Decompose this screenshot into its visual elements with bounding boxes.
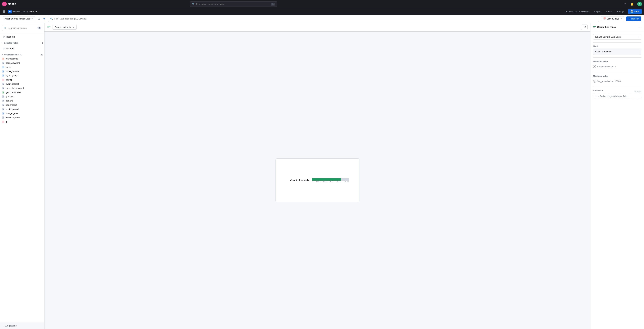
sub-nav: ☰ D Visualize Library › Metrics Explore … [0,8,644,15]
user-avatar[interactable]: A [637,2,642,7]
field-item-agent-keyword[interactable]: k agent.keyword [0,61,44,65]
time-range-button[interactable]: 📅 Last 30 days ▼ [601,16,624,21]
sub-nav-right: Explore data in Discover Inspect Share S… [564,9,642,14]
selected-records-label: Records [6,47,15,50]
save-button[interactable]: 💾 Save [628,9,642,14]
search-field-wrap: 🔍 0 [0,23,44,33]
panel-gauge-icon-bar2 [593,27,595,28]
global-search-input[interactable] [196,3,270,5]
selected-records-item[interactable]: # Records [2,46,42,51]
settings-link[interactable]: Settings [615,10,626,14]
breadcrumb: D Visualize Library › Metrics [8,10,37,14]
field-type-keyword-icon-3: k [2,87,4,89]
available-fields-help-icon: ? [20,54,22,56]
add-max-value-button[interactable]: + Suggested value: 10000 [593,78,641,84]
data-source-select[interactable]: Kibana Sample Data Logs [593,34,641,40]
field-type-number-icon-2: # [2,70,4,73]
selected-records-icon: # [3,47,5,50]
inspect-link[interactable]: Inspect [593,10,603,14]
user-breadcrumb-icon[interactable]: D [8,10,12,14]
breadcrumb-metrics[interactable]: Metrics [30,10,37,13]
breadcrumb-visualize[interactable]: Visualize Library [12,10,28,13]
divider-1 [593,42,641,43]
search-field-icon: 🔍 [4,27,6,29]
kql-input[interactable] [54,18,597,20]
field-item-geo-coordinates[interactable]: g geo.coordinates [0,90,44,94]
help-icon[interactable]: ? [622,2,627,7]
field-item-timestamp[interactable]: t @timestamp [0,57,44,61]
explore-discover-link[interactable]: Explore data in Discover [564,10,591,14]
time-chevron: ▼ [620,18,622,20]
gauge-bar-track [312,178,349,181]
gauge-bar-icon-2 [47,27,49,28]
suggestions-header[interactable]: › Suggestions [3,324,42,327]
share-link[interactable]: Share [605,10,613,14]
field-item-host-keyword[interactable]: k host.keyword [0,107,44,111]
gauge-bar-wrap: 0 2,000 4,000 6,000 8,000 10,000 [312,178,349,182]
field-item-bytes-gauge[interactable]: # bytes_gauge [0,73,44,78]
add-filter-button[interactable]: + [43,16,46,21]
field-item-bytes-counter[interactable]: # bytes_counter [0,69,44,73]
selected-fields-label: Selected fields [4,42,18,44]
svg-text:e: e [4,3,4,5]
field-item-geo-src[interactable]: k geo.src [0,99,44,103]
panel-title: Gauge horizontal [593,26,616,29]
hamburger-menu[interactable]: ☰ [2,9,6,14]
field-item-bytes[interactable]: # bytes [0,65,44,69]
field-item-clientip[interactable]: i clientip [0,78,44,82]
search-kbd: ⌘/ [271,3,275,6]
field-item-event-dataset[interactable]: k event.dataset [0,82,44,86]
filter-controls-icon[interactable]: ⊞ [37,17,41,21]
field-item-geo-dest[interactable]: k geo.dest [0,94,44,99]
gauge-type-icon-wrap [47,27,50,28]
goal-value-section: Goal value Optional + + Add or drag-and-… [593,90,641,99]
field-type-keyword-icon: k [2,62,4,64]
kql-search-icon: 🔍 [50,18,53,20]
min-plus-icon: + [593,65,596,68]
max-value-section: Maximum value + Suggested value: 10000 [593,75,641,84]
records-icon: # [3,36,5,38]
goal-plus-icon: + [595,95,597,98]
field-item-index-keyword[interactable]: k index.keyword [0,115,44,120]
field-item-ip[interactable]: i ip [0,120,44,124]
field-type-keyword-icon-4: k [2,95,4,98]
gauge-bar-icon-1 [47,27,50,27]
available-fields-label: Available fields [4,54,19,56]
search-field-names-input[interactable] [8,27,36,29]
vis-card: Count of records 0 2,000 4,000 6,000 8,0… [276,158,360,202]
top-nav: e elastic 🔍 ⌘/ ? 🔔 A [0,0,644,8]
records-item[interactable]: # Records [2,35,42,39]
vis-canvas: Count of records 0 2,000 4,000 6,000 8,0… [44,32,590,329]
records-label: Records [6,36,15,38]
available-fields-count: 30 [41,54,43,56]
axis-10000: 10,000 [344,181,349,182]
min-suggested-value: Suggested value: 0 [597,65,616,68]
elastic-logo[interactable]: e elastic [2,2,16,7]
field-item-geo-srcdest[interactable]: k geo.srcdest [0,103,44,107]
selected-fields-header[interactable]: ▼ Selected fields 1 [0,41,44,45]
data-source-button[interactable]: Kibana Sample Data Logs ▼ [3,16,35,21]
available-fields-header[interactable]: ▼ Available fields ? 30 [0,52,44,57]
panel-more-button[interactable]: ⋯ [638,25,641,29]
field-type-geo-icon: g [2,91,4,94]
selected-fields-list: # Records [0,45,44,52]
goal-row: Goal value Optional [593,90,641,93]
main-layout: 🔍 0 # Records ▼ Selected fields 1 # Reco… [0,23,644,329]
vis-type-button[interactable]: Gauge horizontal ▼ [52,25,76,30]
elastic-logo-icon: e [2,2,7,7]
fullscreen-button[interactable]: ⛶ [581,25,588,30]
field-item-hour-of-day[interactable]: # hour_of_day [0,111,44,115]
divider-3 [593,72,641,72]
notifications-icon[interactable]: 🔔 [630,2,634,7]
field-type-keyword-icon-2: k [2,83,4,85]
goal-add-field-button[interactable]: + + Add or drag-and-drop a field [593,93,641,99]
goal-add-label: + Add or drag-and-drop a field [598,95,627,98]
gauge-bar-fill [312,178,341,181]
axis-6000: 6,000 [330,181,334,182]
refresh-button[interactable]: ↻ Refresh [626,17,641,21]
add-min-value-button[interactable]: + Suggested value: 0 [593,64,641,69]
global-search[interactable]: 🔍 ⌘/ [190,1,277,7]
field-type-number-icon-3: # [2,75,4,77]
selected-fields-chevron: ▼ [1,42,3,44]
field-item-extension-keyword[interactable]: k extension.keyword [0,86,44,90]
